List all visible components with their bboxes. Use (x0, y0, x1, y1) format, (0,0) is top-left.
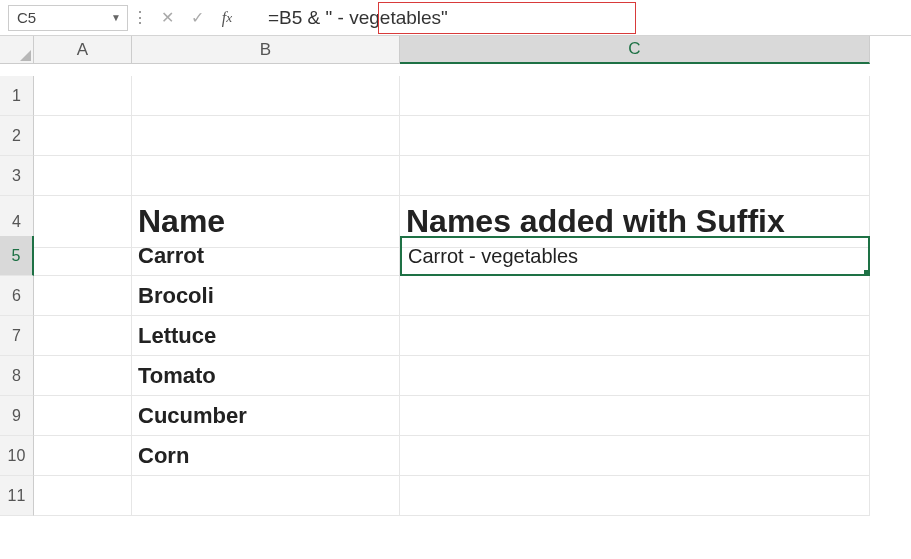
cell-B8[interactable]: Tomato (132, 356, 400, 396)
fx-icon[interactable]: fx (212, 5, 242, 31)
row-header-1[interactable]: 1 (0, 76, 34, 116)
col-header-C[interactable]: C (400, 36, 870, 64)
formula-bar: C5 ▼ ⋮ ✕ ✓ fx (0, 0, 911, 36)
row-header-2[interactable]: 2 (0, 116, 34, 156)
cell-B10[interactable]: Corn (132, 436, 400, 476)
row-header-10[interactable]: 10 (0, 436, 34, 476)
row-header-6[interactable]: 6 (0, 276, 34, 316)
row-header-5[interactable]: 5 (0, 236, 34, 276)
cell-A5[interactable] (34, 236, 132, 276)
accept-formula-icon: ✓ (182, 5, 212, 31)
cancel-formula-icon: ✕ (152, 5, 182, 31)
cell-A7[interactable] (34, 316, 132, 356)
cell-A10[interactable] (34, 436, 132, 476)
cell-C5[interactable]: Carrot - vegetables (400, 236, 870, 276)
cell-A1[interactable] (34, 76, 132, 116)
row-header-9[interactable]: 9 (0, 396, 34, 436)
row-header-7[interactable]: 7 (0, 316, 34, 356)
cell-C5-value: Carrot - vegetables (408, 245, 578, 268)
cell-A6[interactable] (34, 276, 132, 316)
fill-handle[interactable] (864, 270, 870, 276)
name-box-value: C5 (17, 9, 36, 26)
cell-B3[interactable] (132, 156, 400, 196)
col-header-B[interactable]: B (132, 36, 400, 64)
cell-B11[interactable] (132, 476, 400, 516)
cell-C2[interactable] (400, 116, 870, 156)
cell-A9[interactable] (34, 396, 132, 436)
cell-A8[interactable] (34, 356, 132, 396)
cell-B6[interactable]: Brocoli (132, 276, 400, 316)
cell-C9[interactable] (400, 396, 870, 436)
cell-C6[interactable] (400, 276, 870, 316)
cell-B9[interactable]: Cucumber (132, 396, 400, 436)
name-box-dropdown-icon[interactable]: ▼ (111, 12, 121, 23)
cell-B5[interactable]: Carrot (132, 236, 400, 276)
cell-A3[interactable] (34, 156, 132, 196)
name-box[interactable]: C5 ▼ (8, 5, 128, 31)
row-header-8[interactable]: 8 (0, 356, 34, 396)
cell-C3[interactable] (400, 156, 870, 196)
cell-C10[interactable] (400, 436, 870, 476)
row-header-3[interactable]: 3 (0, 156, 34, 196)
row-header-11[interactable]: 11 (0, 476, 34, 516)
cell-C1[interactable] (400, 76, 870, 116)
divider-dots-icon: ⋮ (128, 8, 152, 27)
cell-C8[interactable] (400, 356, 870, 396)
cell-A2[interactable] (34, 116, 132, 156)
formula-input[interactable] (250, 3, 911, 33)
cell-B7[interactable]: Lettuce (132, 316, 400, 356)
col-header-A[interactable]: A (34, 36, 132, 64)
cell-A11[interactable] (34, 476, 132, 516)
cell-B1[interactable] (132, 76, 400, 116)
cell-C11[interactable] (400, 476, 870, 516)
spreadsheet-grid[interactable]: A B C 1 2 3 4 Name Names added with Suff… (0, 36, 911, 516)
cell-C7[interactable] (400, 316, 870, 356)
select-all-corner[interactable] (0, 36, 34, 64)
cell-B2[interactable] (132, 116, 400, 156)
